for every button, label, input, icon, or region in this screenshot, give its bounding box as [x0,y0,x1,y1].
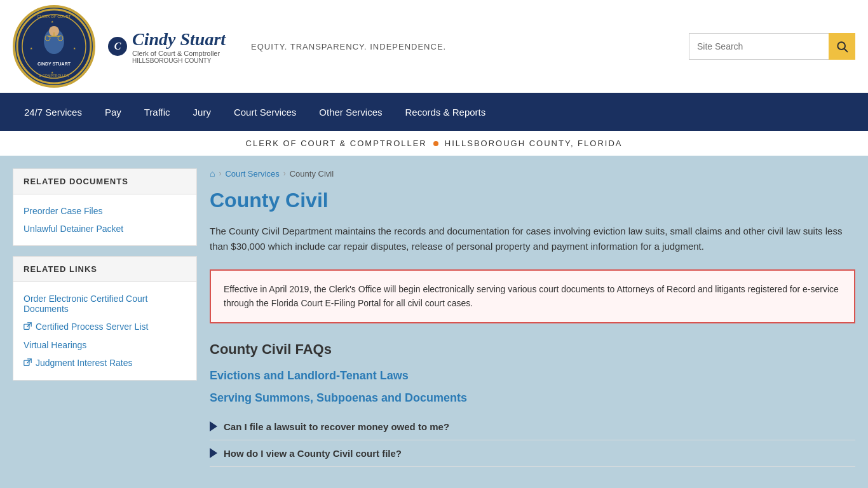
nav-item-court-services[interactable]: Court Services [222,93,308,131]
breadcrumb-court-services[interactable]: Court Services [225,169,279,179]
brand-name: Cindy Stuart [132,29,226,50]
related-links-box: RELATED LINKS Order Electronic Certified… [13,256,197,381]
faq-section-title: County Civil FAQs [210,341,855,358]
faq-section-summons[interactable]: Serving Summons, Subpoenas and Documents [210,391,855,405]
related-documents-content: Preorder Case Files Unlawful Detainer Pa… [13,194,196,245]
main-nav: 24/7 Services Pay Traffic Jury Court Ser… [0,93,868,131]
sidebar-link-unlawful[interactable]: Unlawful Detainer Packet [24,220,186,238]
breadcrumb: ⌂ › Court Services › County Civil [210,168,855,179]
related-documents-box: RELATED DOCUMENTS Preorder Case Files Un… [13,168,197,246]
nav-item-247[interactable]: 24/7 Services [13,93,93,131]
nav-item-other-services[interactable]: Other Services [308,93,393,131]
svg-line-16 [844,49,848,52]
faq-question-1: Can I file a lawsuit to recover money ow… [224,421,449,432]
sub-header-right: HILLSBOROUGH COUNTY, FLORIDA [445,139,623,148]
external-link-icon-2 [24,358,32,369]
site-logo: CLERK OF COURT & COMPTROLLER ★ ★ ★ ★ CIN… [13,5,95,88]
sidebar: RELATED DOCUMENTS Preorder Case Files Un… [13,168,197,467]
related-links-title: RELATED LINKS [13,257,196,282]
search-area [689,33,855,60]
home-icon[interactable]: ⌂ [210,168,215,179]
nav-item-pay[interactable]: Pay [93,93,133,131]
faq-section-evictions[interactable]: Evictions and Landlord-Tenant Laws [210,369,855,383]
sidebar-link-order-electronic[interactable]: Order Electronic Certified Court Documen… [24,290,186,318]
breadcrumb-sep-2: › [283,169,286,178]
main-content: RELATED DOCUMENTS Preorder Case Files Un… [0,156,868,488]
breadcrumb-current: County Civil [290,169,334,179]
search-input[interactable] [689,33,829,60]
page-content: ⌂ › Court Services › County Civil County… [210,168,855,467]
svg-text:CLERK OF COURT: CLERK OF COURT [37,15,71,18]
tagline: EQUITY. TRANSPARENCY. INDEPENDENCE. [251,42,446,51]
sidebar-link-certified-process[interactable]: Certified Process Server List [24,318,186,336]
svg-text:CINDY STUART: CINDY STUART [37,62,71,66]
brand-county: HILLSBOROUGH COUNTY [132,57,226,64]
notice-text: Effective in April 2019, the Clerk's Off… [224,284,839,308]
faq-item-1[interactable]: Can I file a lawsuit to recover money ow… [210,414,855,440]
sub-header-left: CLERK OF COURT & COMPTROLLER [246,139,427,148]
faq-arrow-2 [210,448,217,458]
external-link-icon [24,322,32,332]
notice-box: Effective in April 2019, the Clerk's Off… [210,269,855,323]
faq-item-2[interactable]: How do I view a County Civil court file? [210,440,855,467]
nav-item-records-reports[interactable]: Records & Reports [394,93,498,131]
sidebar-link-virtual-hearings[interactable]: Virtual Hearings [24,336,186,354]
nav-item-jury[interactable]: Jury [182,93,222,131]
sidebar-link-preorder[interactable]: Preorder Case Files [24,202,186,220]
breadcrumb-sep-1: › [219,169,221,178]
brand-title: Clerk of Court & Comptroller [132,50,226,57]
related-documents-title: RELATED DOCUMENTS [13,169,196,194]
faq-arrow-1 [210,421,217,431]
nav-item-traffic[interactable]: Traffic [133,93,182,131]
brand-logo: C Cindy Stuart Clerk of Court & Comptrol… [108,29,226,64]
search-button[interactable] [829,33,855,60]
page-description: The County Civil Department maintains th… [210,224,855,254]
related-links-content: Order Electronic Certified Court Documen… [13,282,196,380]
site-header: CLERK OF COURT & COMPTROLLER ★ ★ ★ ★ CIN… [0,0,868,93]
svg-text:& COMPTROLLER: & COMPTROLLER [39,74,69,78]
page-title: County Civil [210,189,855,212]
sub-header-dot [433,141,438,146]
faq-question-2: How do I view a County Civil court file? [224,448,402,459]
sidebar-link-judgment[interactable]: Judgment Interest Rates [24,354,186,372]
sub-header: CLERK OF COURT & COMPTROLLER HILLSBOROUG… [0,131,868,156]
